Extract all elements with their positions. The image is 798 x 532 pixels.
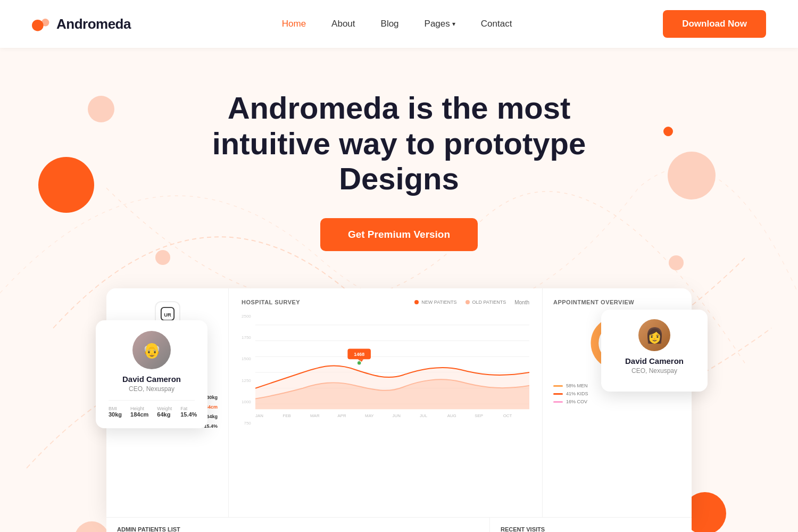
svg-text:MAY: MAY — [365, 413, 374, 418]
float-stat-weight: Weight 64kg — [157, 406, 172, 418]
legend-line-cov — [553, 401, 563, 403]
logo-icon — [32, 16, 51, 31]
float-stats-left: BMI 30kg Height 184cm Weight 64kg Fat 15… — [109, 400, 195, 418]
legend-old-patients: OLD PATIENTS — [466, 300, 506, 305]
svg-text:JUL: JUL — [420, 413, 428, 418]
legend-new-patients: NEW PATIENTS — [414, 300, 456, 305]
nav-contact[interactable]: Contact — [481, 19, 512, 29]
brand-name: Andromeda — [56, 16, 131, 32]
svg-point-1 — [41, 19, 49, 26]
svg-text:AUG: AUG — [447, 413, 456, 418]
hero-text: Andromeda is the most intuitive way to p… — [0, 90, 798, 288]
svg-text:SEP: SEP — [475, 413, 483, 418]
nav-pages[interactable]: Pages ▾ — [425, 19, 455, 29]
chart-legend: NEW PATIENTS OLD PATIENTS Month — [414, 300, 529, 305]
patients-table-title: ADMIN PATIENTS LIST — [117, 526, 479, 532]
float-profile-card-right: 👩 David Cameron CEO, Nexuspay — [601, 310, 708, 392]
appointment-title: APPOINTMENT OVERVIEW — [553, 299, 681, 305]
y-axis: 25001750150012501000750 — [242, 314, 255, 426]
recent-visits-title: RECENT VISITS — [501, 526, 681, 532]
dash-logo-icon: UR — [160, 306, 175, 321]
dash-chart-header: HOSPITAL SURVEY NEW PATIENTS OLD PATIENT… — [242, 299, 529, 305]
nav-home[interactable]: Home — [282, 19, 306, 29]
float-stat-fat: Fat 15.4% — [180, 406, 197, 418]
legend-dot-new — [414, 300, 419, 304]
legend-cov: 16% COV — [553, 399, 681, 404]
float-name-left: David Cameron — [109, 375, 195, 384]
legend-dot-old — [466, 300, 470, 304]
avatar-image-right: 👩 — [638, 319, 670, 351]
dashboard-mockup: 👴 David Cameron CEO, Nexuspay BMI 30kg H… — [106, 288, 692, 532]
nav-links: Home About Blog Pages ▾ Contact — [282, 19, 512, 29]
nav-about[interactable]: About — [331, 19, 355, 29]
float-stat-height: Height 184cm — [130, 406, 148, 418]
float-profile-card-left: 👴 David Cameron CEO, Nexuspay BMI 30kg H… — [96, 320, 207, 428]
float-stat-bmi: BMI 30kg — [109, 406, 122, 418]
legend-kids: 41% KIDS — [553, 391, 681, 396]
get-premium-button[interactable]: Get Premium Version — [320, 218, 478, 251]
logo[interactable]: Andromeda — [32, 16, 131, 32]
chart-area: 25001750150012501000750 — [242, 314, 529, 433]
chevron-down-icon: ▾ — [452, 20, 455, 28]
chart-svg-wrapper: 1468 JAN FEB MAR APR MAY JUN JUL — [255, 314, 529, 433]
legend-line-men — [553, 385, 563, 387]
float-avatar-left: 👴 — [132, 331, 171, 369]
svg-text:1468: 1468 — [354, 352, 364, 357]
hero-title: Andromeda is the most intuitive way to p… — [192, 90, 606, 197]
svg-text:JAN: JAN — [255, 413, 263, 418]
svg-text:OCT: OCT — [503, 413, 512, 418]
legend-line-kids — [553, 393, 563, 395]
nav-blog[interactable]: Blog — [381, 19, 399, 29]
hero-section: Andromeda is the most intuitive way to p… — [0, 48, 798, 532]
patients-table-container: ADMIN PATIENTS LIST NO. NAME ASSIGNED DO… — [106, 518, 489, 532]
download-now-button[interactable]: Download Now — [663, 10, 766, 38]
float-title-right: CEO, Nexuspay — [612, 367, 697, 375]
recent-visits-container: RECENT VISITS 08:34AM02 AUG.2019 Dr.Theo… — [489, 518, 692, 532]
chart-period: Month — [514, 300, 529, 305]
navbar: Andromeda Home About Blog Pages ▾ Contac… — [0, 0, 798, 48]
avatar-image-left: 👴 — [132, 331, 171, 369]
svg-text:FEB: FEB — [282, 413, 290, 418]
dash-chart-area: HOSPITAL SURVEY NEW PATIENTS OLD PATIENT… — [229, 288, 543, 517]
svg-text:JUN: JUN — [392, 413, 401, 418]
deco-pink-circle-bottom-left — [74, 521, 109, 532]
svg-text:MAR: MAR — [310, 413, 320, 418]
svg-point-13 — [357, 361, 361, 365]
chart-title: HOSPITAL SURVEY — [242, 299, 300, 305]
svg-text:APR: APR — [337, 413, 346, 418]
float-name-right: David Cameron — [612, 356, 697, 365]
float-avatar-right: 👩 — [638, 319, 670, 351]
hospital-survey-chart: 1468 JAN FEB MAR APR MAY JUN JUL — [255, 314, 529, 431]
svg-text:UR: UR — [164, 312, 171, 318]
float-title-left: CEO, Nexuspay — [109, 385, 195, 393]
dashboard-bottom: ADMIN PATIENTS LIST NO. NAME ASSIGNED DO… — [106, 517, 692, 532]
